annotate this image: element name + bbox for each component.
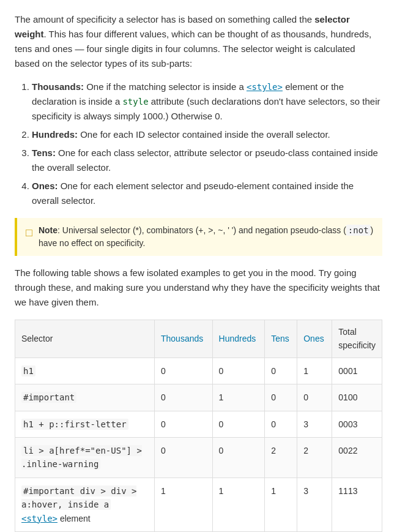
list-label-3: Tens: xyxy=(32,148,58,158)
cell-ones-1: 1 xyxy=(297,358,332,384)
note-box-1: □ Note: Universal selector (*), combinat… xyxy=(15,218,382,256)
cell-thousands-2: 0 xyxy=(155,384,213,411)
table-row: h1 0 0 0 1 0001 xyxy=(15,358,382,384)
cell-total-3: 0003 xyxy=(332,411,382,437)
cell-ones-5: 3 xyxy=(297,478,332,531)
selector-5-before: #important div > div > a:hover, inside a xyxy=(21,485,136,510)
cell-tens-5: 1 xyxy=(265,478,297,531)
specificity-list: Thousands: One if the matching selector … xyxy=(15,80,382,208)
cell-tens-2: 0 xyxy=(265,384,297,411)
list-text-2: One for each ID selector contained insid… xyxy=(80,129,330,140)
list-text-1a: One if the matching selector is inside a xyxy=(86,81,247,92)
cell-ones-4: 2 xyxy=(297,437,332,478)
cell-tens-4: 2 xyxy=(265,437,297,478)
list-label-1: Thousands: xyxy=(32,81,86,92)
note-icon-1: □ xyxy=(26,225,32,241)
cell-hundreds-1: 0 xyxy=(212,358,265,384)
cell-ones-3: 3 xyxy=(297,411,332,437)
intro-text-2: . This has four different values, which … xyxy=(15,29,371,69)
note-label-1: Note xyxy=(39,225,58,235)
table-body: h1 0 0 0 1 0001 #important 0 1 0 0 0100 … xyxy=(15,358,382,531)
cell-total-5: 1113 xyxy=(332,478,382,531)
list-label-4: Ones: xyxy=(32,181,61,191)
col-header-thousands: Thousands xyxy=(155,320,213,358)
cell-selector-3: h1 + p::first-letter xyxy=(15,411,155,437)
cell-thousands-3: 0 xyxy=(155,411,213,437)
selector-5-link[interactable]: <style> xyxy=(21,514,58,523)
cell-hundreds-2: 1 xyxy=(212,384,265,411)
style-link-1[interactable]: <style> xyxy=(247,82,283,92)
table-header: Selector Thousands Hundreds Tens Ones To… xyxy=(15,320,382,358)
list-label-2: Hundreds: xyxy=(32,129,80,140)
cell-selector-4: li > a[href*="en-US"] > .inline-warning xyxy=(15,437,155,478)
cell-hundreds-5: 1 xyxy=(212,478,265,531)
cell-total-4: 0022 xyxy=(332,437,382,478)
col-header-total: Total specificity xyxy=(332,320,382,358)
table-intro-paragraph: The following table shows a few isolated… xyxy=(15,266,382,310)
col-header-selector: Selector xyxy=(15,320,155,358)
cell-thousands-5: 1 xyxy=(155,478,213,531)
list-item-hundreds: Hundreds: One for each ID selector conta… xyxy=(32,127,382,142)
intro-paragraph: The amount of specificity a selector has… xyxy=(15,12,382,71)
col-header-hundreds: Hundreds xyxy=(212,320,265,358)
table-row: #important div > div > a:hover, inside a… xyxy=(15,478,382,531)
cell-tens-3: 0 xyxy=(265,411,297,437)
list-text-4: One for each element selector and pseudo… xyxy=(32,181,354,206)
cell-tens-1: 0 xyxy=(265,358,297,384)
cell-hundreds-4: 0 xyxy=(212,437,265,478)
col-header-ones: Ones xyxy=(297,320,332,358)
specificity-table: Selector Thousands Hundreds Tens Ones To… xyxy=(15,320,382,532)
list-item-thousands: Thousands: One if the matching selector … xyxy=(32,80,382,124)
intro-text-1: The amount of specificity a selector has… xyxy=(15,14,314,24)
list-item-ones: Ones: One for each element selector and … xyxy=(32,179,382,208)
cell-total-2: 0100 xyxy=(332,384,382,411)
selector-5-after: element xyxy=(58,514,91,523)
table-row: li > a[href*="en-US"] > .inline-warning … xyxy=(15,437,382,478)
cell-selector-1: h1 xyxy=(15,358,155,384)
style-code: style xyxy=(122,97,148,107)
cell-hundreds-3: 0 xyxy=(212,411,265,437)
note-text-1a: : Universal selector (*), combinators (+… xyxy=(58,225,346,235)
cell-thousands-1: 0 xyxy=(155,358,213,384)
list-text-3: One for each class selector, attribute s… xyxy=(32,148,378,173)
col-header-tens: Tens xyxy=(265,320,297,358)
table-row: h1 + p::first-letter 0 0 0 3 0003 xyxy=(15,411,382,437)
table-row: #important 0 1 0 0 0100 xyxy=(15,384,382,411)
cell-thousands-4: 0 xyxy=(155,437,213,478)
list-item-tens: Tens: One for each class selector, attri… xyxy=(32,146,382,175)
note-content-1: Note: Universal selector (*), combinator… xyxy=(39,224,374,250)
cell-selector-5: #important div > div > a:hover, inside a… xyxy=(15,478,155,531)
cell-ones-2: 0 xyxy=(297,384,332,411)
cell-selector-2: #important xyxy=(15,384,155,411)
cell-total-1: 0001 xyxy=(332,358,382,384)
note-code-1: :not xyxy=(346,225,371,236)
